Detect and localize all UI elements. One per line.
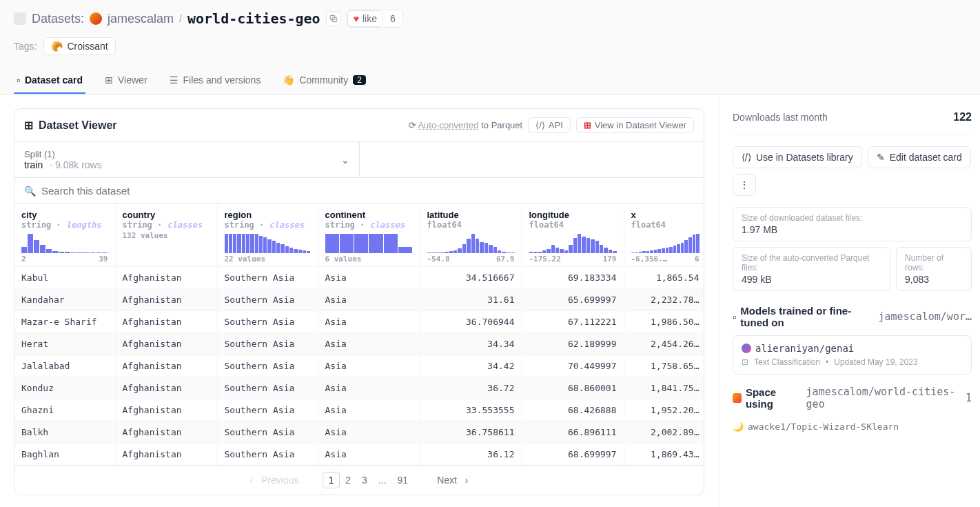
pager: ‹ Previous 123...91 Next ›	[14, 465, 704, 495]
chevron-down-icon: ⌄	[341, 155, 349, 166]
pager-next[interactable]: Next ›	[426, 473, 473, 488]
owner-avatar[interactable]	[90, 12, 102, 25]
heart-icon: ♥	[354, 13, 359, 24]
model-name: alieraniyan/genai	[755, 343, 854, 354]
croissant-icon: 🥐	[51, 41, 63, 52]
refresh-icon: ⟳	[409, 120, 416, 130]
tags-label: Tags:	[14, 41, 37, 52]
space-icon	[733, 393, 742, 403]
pencil-icon: ✎	[877, 152, 885, 163]
tab-viewer[interactable]: ⊞Viewer	[102, 68, 150, 94]
table-row[interactable]: KandaharAfghanistanSouthern AsiaAsia31.6…	[14, 289, 704, 311]
histogram	[225, 234, 311, 253]
downloads-label: Downloads last month	[733, 112, 828, 123]
pager-prev: ‹ Previous	[244, 473, 309, 488]
histogram	[427, 234, 515, 253]
datasets-label: Datasets:	[32, 12, 84, 26]
model-card[interactable]: alieraniyan/genai ⊡Text Classification •…	[733, 335, 972, 375]
viewer-icon: ⊞	[584, 120, 591, 130]
cube-icon: ▫	[17, 74, 20, 86]
view-in-viewer-button[interactable]: ⊞View in Dataset Viewer	[576, 117, 694, 133]
pager-page-...: ...	[373, 473, 392, 488]
community-badge: 2	[353, 75, 366, 85]
dataset-icon	[14, 12, 26, 25]
wave-icon: 👋	[283, 74, 294, 86]
tab-community[interactable]: 👋Community2	[280, 68, 368, 94]
tag-croissant[interactable]: 🥐Croissant	[43, 37, 115, 55]
column-header-country[interactable]: countrystring · classes132 values	[115, 204, 217, 267]
search-icon: 🔍	[24, 186, 36, 197]
pager-page-3[interactable]: 3	[356, 473, 373, 488]
like-count: 6	[383, 11, 402, 26]
space-item[interactable]: 🌙awacke1/Topic-Wizard-SKlearn	[733, 417, 972, 436]
column-header-x[interactable]: xfloat64-6,356.…6	[624, 204, 704, 267]
pager-page-2[interactable]: 2	[340, 473, 356, 488]
histogram	[325, 234, 413, 253]
split-selector[interactable]: Split (1) train· 9.08k rows ⌄	[14, 142, 360, 177]
tab-files[interactable]: ☰Files and versions	[167, 68, 264, 94]
models-heading: ▫Models trained or fine-tuned on jamesca…	[733, 305, 972, 328]
split-value: train	[24, 159, 43, 170]
more-button[interactable]: ⋮	[733, 174, 756, 196]
tags-row: Tags: 🥐Croissant	[14, 37, 966, 55]
owner-link[interactable]: jamescalam	[108, 12, 174, 26]
table-row[interactable]: KabulAfghanistanSouthern AsiaAsia34.5166…	[14, 267, 704, 289]
model-updated: Updated May 19, 2023	[834, 357, 917, 367]
edit-card-button[interactable]: ✎Edit dataset card	[868, 146, 971, 168]
data-table: citystring · lengths239countrystring · c…	[14, 204, 704, 465]
model-task: Text Classification	[754, 357, 820, 367]
like-label: like	[363, 13, 377, 24]
column-header-region[interactable]: regionstring · classes22 values	[217, 204, 318, 267]
table-row[interactable]: HeratAfghanistanSouthern AsiaAsia34.3462…	[14, 333, 704, 355]
column-header-latitude[interactable]: latitudefloat64-54.867.9	[420, 204, 522, 267]
viewer-title: ⊞Dataset Viewer	[24, 119, 117, 132]
histogram	[631, 234, 700, 253]
copy-name-button[interactable]	[326, 11, 341, 26]
grid-icon: ⊞	[105, 74, 113, 86]
column-header-continent[interactable]: continentstring · classes6 values	[318, 204, 420, 267]
dataset-name[interactable]: world-cities-geo	[187, 10, 320, 27]
histogram	[21, 234, 108, 253]
spaces-heading: Space using jamescalom/world-cities-geo …	[733, 386, 972, 410]
api-button[interactable]: ⟨/⟩API	[528, 117, 571, 133]
viewer-panel: ⊞Dataset Viewer ⟳ Auto-converted to Parq…	[14, 108, 704, 495]
column-header-longitude[interactable]: longitudefloat64-175.22179	[522, 204, 624, 267]
gradient-dot-icon	[742, 344, 751, 353]
table-row[interactable]: BaghlanAfghanistanSouthern AsiaAsia36.12…	[14, 444, 704, 466]
stat-download-size[interactable]: Size of downloaded dataset files:1.97 MB	[733, 207, 972, 241]
downloads-count: 122	[953, 111, 972, 123]
table-row[interactable]: BalkhAfghanistanSouthern AsiaAsia36.7586…	[14, 421, 704, 444]
pager-page-1[interactable]: 1	[323, 472, 340, 488]
like-button[interactable]: ♥like	[347, 10, 383, 27]
files-icon: ☰	[170, 74, 178, 86]
pager-page-91[interactable]: 91	[392, 473, 414, 488]
split-selector-right	[360, 142, 704, 177]
tab-dataset-card[interactable]: ▫Dataset card	[14, 68, 85, 94]
like-pill: ♥like 6	[347, 10, 403, 28]
table-row[interactable]: Mazar-e SharifAfghanistanSouthern AsiaAs…	[14, 311, 704, 333]
stat-rows[interactable]: Number of rows:9,083	[896, 247, 972, 291]
code-icon: ⟨/⟩	[742, 152, 751, 163]
column-header-city[interactable]: citystring · lengths239	[14, 204, 115, 267]
search-input[interactable]	[41, 185, 694, 197]
cube-icon: ▫	[733, 311, 736, 323]
table-row[interactable]: JalalabadAfghanistanSouthern AsiaAsia34.…	[14, 355, 704, 377]
slash: /	[179, 13, 182, 24]
table-icon: ⊞	[24, 119, 33, 132]
code-icon: ⟨/⟩	[535, 120, 545, 130]
dots-icon: ⋮	[739, 179, 749, 190]
stat-parquet-size[interactable]: Size of the auto-converted Parquet files…	[733, 247, 890, 291]
split-label: Split (1)	[24, 149, 349, 159]
histogram	[529, 234, 617, 253]
use-library-button[interactable]: ⟨/⟩Use in Datasets library	[733, 146, 862, 168]
breadcrumb: Datasets: jamescalam / world-cities-geo …	[14, 10, 966, 28]
auto-converted-link[interactable]: ⟳ Auto-converted to Parquet	[409, 120, 523, 130]
split-rows: · 9.08k rows	[50, 159, 101, 170]
table-row[interactable]: GhazniAfghanistanSouthern AsiaAsia33.553…	[14, 399, 704, 421]
moon-icon: 🌙	[733, 421, 744, 432]
table-row[interactable]: KonduzAfghanistanSouthern AsiaAsia36.726…	[14, 377, 704, 399]
tabs: ▫Dataset card ⊞Viewer ☰Files and version…	[14, 68, 966, 94]
task-icon: ⊡	[742, 357, 748, 367]
